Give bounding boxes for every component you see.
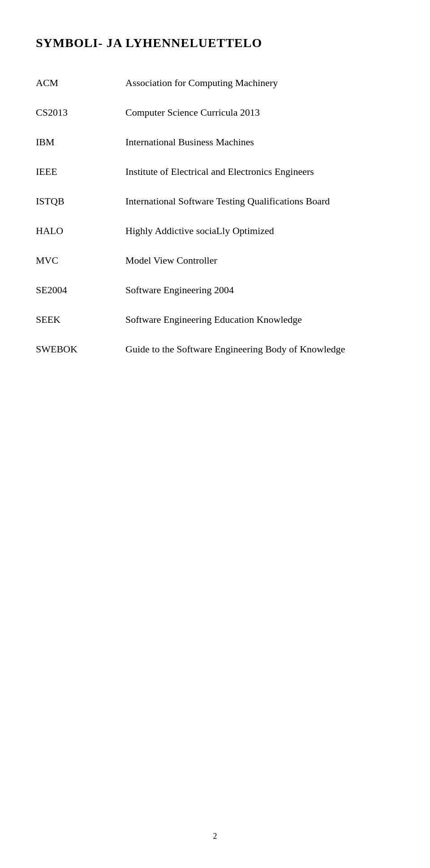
abbreviation-list: ACMAssociation for Computing MachineryCS… bbox=[36, 77, 394, 355]
abbreviation-code: ISTQB bbox=[36, 195, 125, 207]
abbreviation-description: International Business Machines bbox=[125, 136, 394, 148]
abbreviation-description: Association for Computing Machinery bbox=[125, 77, 394, 89]
abbreviation-description: International Software Testing Qualifica… bbox=[125, 195, 394, 207]
list-item: SE2004Software Engineering 2004 bbox=[36, 284, 394, 296]
abbreviation-code: IBM bbox=[36, 136, 125, 148]
list-item: IEEEInstitute of Electrical and Electron… bbox=[36, 166, 394, 178]
abbreviation-description: Highly Addictive sociaLly Optimized bbox=[125, 225, 394, 237]
list-item: HALOHighly Addictive sociaLly Optimized bbox=[36, 225, 394, 237]
abbreviation-description: Guide to the Software Engineering Body o… bbox=[125, 343, 394, 355]
page-title: SYMBOLI- JA LYHENNELUETTELO bbox=[36, 36, 394, 50]
list-item: IBMInternational Business Machines bbox=[36, 136, 394, 148]
abbreviation-code: SWEBOK bbox=[36, 343, 125, 355]
list-item: CS2013Computer Science Curricula 2013 bbox=[36, 107, 394, 118]
abbreviation-description: Software Engineering 2004 bbox=[125, 284, 394, 296]
abbreviation-code: SEEK bbox=[36, 314, 125, 326]
list-item: ACMAssociation for Computing Machinery bbox=[36, 77, 394, 89]
list-item: SEEKSoftware Engineering Education Knowl… bbox=[36, 314, 394, 326]
abbreviation-description: Model View Controller bbox=[125, 255, 394, 266]
list-item: ISTQBInternational Software Testing Qual… bbox=[36, 195, 394, 207]
abbreviation-description: Computer Science Curricula 2013 bbox=[125, 107, 394, 118]
abbreviation-code: ACM bbox=[36, 77, 125, 89]
abbreviation-description: Software Engineering Education Knowledge bbox=[125, 314, 394, 326]
abbreviation-description: Institute of Electrical and Electronics … bbox=[125, 166, 394, 178]
list-item: MVCModel View Controller bbox=[36, 255, 394, 266]
page-number: 2 bbox=[213, 832, 217, 841]
abbreviation-code: MVC bbox=[36, 255, 125, 266]
abbreviation-code: IEEE bbox=[36, 166, 125, 178]
list-item: SWEBOKGuide to the Software Engineering … bbox=[36, 343, 394, 355]
abbreviation-code: CS2013 bbox=[36, 107, 125, 118]
abbreviation-code: HALO bbox=[36, 225, 125, 237]
abbreviation-code: SE2004 bbox=[36, 284, 125, 296]
